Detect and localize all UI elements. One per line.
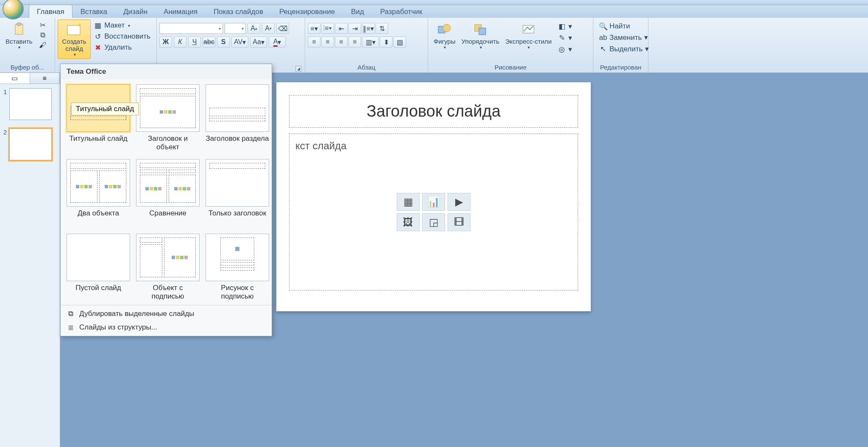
insert-table-icon[interactable]: ▦ [397,193,420,211]
layout-label: Титульный слайд [69,134,127,153]
outline-tab[interactable]: ≡ [30,73,60,84]
layout-comparison[interactable]: Сравнение [136,159,200,228]
arrange-button[interactable]: Упорядочить▾ [459,20,502,52]
convert-smartart-button[interactable]: ▧ [393,36,406,47]
justify-button[interactable]: ≡ [348,36,361,47]
clipboard-group-label: Буфер об... [3,63,52,73]
layout-tooltip: Титульный слайд [71,103,139,115]
thumb-number: 1 [3,88,7,95]
binoculars-icon: 🔍 [599,22,607,30]
shapes-button[interactable]: Фигуры▾ [431,20,459,52]
align-left-button[interactable]: ≡ [308,36,320,47]
outline-icon: ≣ [67,323,75,332]
slide-canvas[interactable]: Заголовок слайда кст слайда ▦ 📊 ▶ 🖼 ◲ 🎞 [276,82,591,311]
align-text-button[interactable]: ⬍ [380,36,392,47]
layout-blank[interactable]: Пустой слайд [67,234,130,302]
slide-thumb-1[interactable]: 1 [0,84,60,124]
layout-two-content[interactable]: Два объекта [67,159,130,228]
cut-button[interactable]: ✂ [36,20,49,30]
underline-button[interactable]: Ч [188,36,201,47]
scissors-icon: ✂ [39,21,47,29]
paste-label: Вставить [6,38,33,45]
insert-smartart-icon[interactable]: ▶ [448,193,470,211]
text-shadow-button[interactable]: S [217,36,230,47]
editing-group-label: Редактирован [596,63,645,73]
shape-outline-button[interactable]: ✎▾ [556,33,575,43]
layout-section-header[interactable]: Заголовок раздела [206,84,269,153]
shape-effects-button[interactable]: ◎▾ [556,44,575,55]
title-placeholder[interactable]: Заголовок слайда [289,95,578,128]
bullets-button[interactable]: ≡▾ [308,23,320,34]
find-button[interactable]: 🔍Найти [597,21,651,31]
insert-picture-icon[interactable]: 🖼 [397,213,420,231]
reset-button[interactable]: ↺Восстановить [92,31,153,42]
replace-button[interactable]: abЗаменить▾ [597,32,651,43]
bold-button[interactable]: Ж [159,36,172,47]
delete-button[interactable]: ✖Удалить [92,42,153,53]
layout-title-only[interactable]: Только заголовок [206,159,269,228]
paste-button[interactable]: Вставить ▾ [3,20,36,52]
tab-insert[interactable]: Вставка [72,5,115,18]
font-family-combo[interactable]: ▾ [159,23,223,34]
clear-format-button[interactable]: ⌫ [276,23,289,34]
layout-picture-caption[interactable]: Рисунок с подписью [206,234,269,302]
drawing-group-label: Рисование [431,63,590,73]
tab-developer[interactable]: Разработчик [372,5,430,18]
slides-from-outline-item[interactable]: ≣ Слайды из структуры... [61,321,272,334]
layout-label: Заголовок раздела [206,134,269,153]
tab-animation[interactable]: Анимация [156,5,206,18]
eraser-icon: ⌫ [278,25,288,33]
outline-tab-icon: ≡ [43,75,47,82]
quick-styles-button[interactable]: Экспресс-стили▾ [502,20,555,52]
new-slide-icon [66,22,83,37]
insert-chart-icon[interactable]: 📊 [422,193,445,211]
align-center-button[interactable]: ≡ [321,36,334,47]
insert-clipart-icon[interactable]: ◲ [422,213,445,231]
delete-icon: ✖ [94,44,102,51]
layout-label: Объект с подписью [136,284,200,302]
tab-design[interactable]: Дизайн [115,5,156,18]
line-spacing-button[interactable]: ‖≡▾ [362,23,375,34]
duplicate-slides-item[interactable]: ⧉ Дублировать выделенные слайды [61,307,272,321]
tab-home[interactable]: Главная [29,5,72,18]
format-painter-button[interactable]: 🖌 [36,41,49,50]
new-slide-button[interactable]: Создать слайд▾ [58,20,91,59]
quick-styles-icon [520,22,537,37]
shrink-font-button[interactable]: A▾ [262,23,275,34]
tab-view[interactable]: Вид [343,5,372,18]
decrease-indent-button[interactable]: ⇤ [335,23,348,34]
grow-font-button[interactable]: A▴ [248,23,260,34]
tab-slideshow[interactable]: Показ слайдов [206,5,271,18]
text-direction-button[interactable]: ⇅ [376,23,388,34]
align-right-button[interactable]: ≡ [335,36,348,47]
body-placeholder-text: кст слайда [295,140,572,152]
ribbon-tabs: Главная Вставка Дизайн Анимация Показ сл… [0,5,868,18]
numbering-button[interactable]: ⦙≡▾ [321,23,334,34]
select-button[interactable]: ↖Выделить▾ [597,44,651,54]
char-spacing-button[interactable]: AV▾ [231,36,248,47]
layout-label: Только заголовок [209,209,266,228]
tab-review[interactable]: Рецензирование [271,5,343,18]
increase-indent-button[interactable]: ⇥ [348,23,361,34]
layout-content-caption[interactable]: Объект с подписью [136,234,200,302]
slide-thumb-2[interactable]: 2 [0,124,60,165]
font-launcher[interactable]: ◢ [295,66,301,72]
layout-title-slide[interactable]: Титульный слайд Титульный слайд [67,84,130,153]
strikethrough-button[interactable]: abc [203,36,215,47]
gallery-theme-title: Тема Office [61,64,272,79]
columns-button[interactable]: ▥▾ [362,36,379,47]
layout-title-content[interactable]: Заголовок и объект [136,84,200,153]
copy-button[interactable]: ⧉ [36,31,49,40]
body-placeholder[interactable]: кст слайда ▦ 📊 ▶ 🖼 ◲ 🎞 [289,134,578,291]
slides-tab[interactable]: ▭ [0,73,30,84]
layout-label: Рисунок с подписью [206,284,269,302]
insert-media-icon[interactable]: 🎞 [448,213,470,231]
layout-button[interactable]: ▦Макет▾ [92,20,153,31]
font-color-button[interactable]: A▾ [269,36,286,47]
change-case-button[interactable]: Aa▾ [250,36,267,47]
outline-icon: ✎ [558,34,566,42]
shape-fill-button[interactable]: ◧▾ [556,21,575,32]
font-size-combo[interactable]: ▾ [225,23,246,34]
italic-button[interactable]: К [174,36,186,47]
shapes-icon [436,22,453,37]
